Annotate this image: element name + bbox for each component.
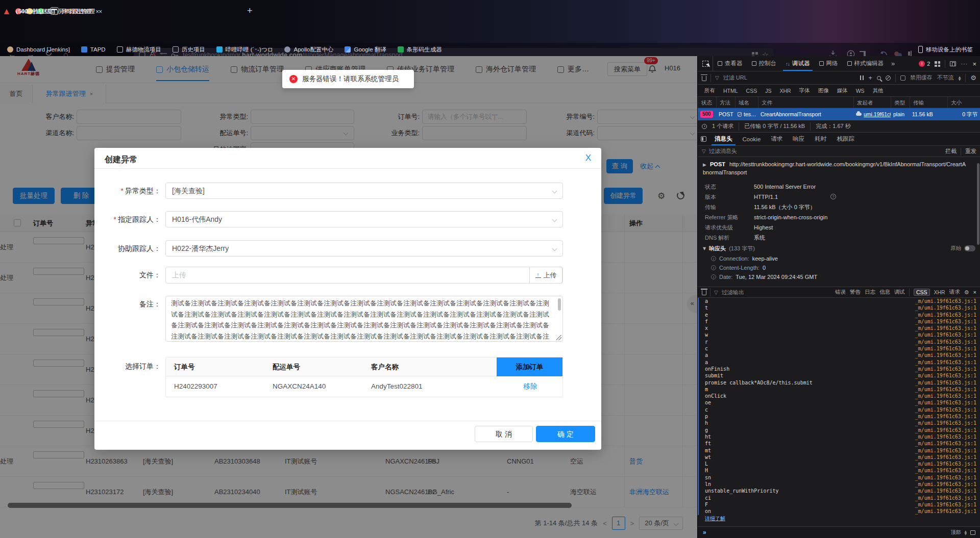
textarea-scrollbar[interactable] <box>558 298 561 311</box>
stack-frame-source-link[interactable]: _m/umi.19f61c63.js:1 <box>915 331 976 338</box>
stack-frame-source-link[interactable]: _m/umi.19f61c63.js:1 <box>915 325 976 331</box>
remove-order-link[interactable]: 移除 <box>497 376 564 397</box>
console-category-chip[interactable]: CSS <box>914 289 930 296</box>
status-help-icon[interactable]: ? <box>830 194 836 199</box>
jump-to-top-label[interactable]: 顶部 <box>950 529 961 536</box>
stack-frame-source-link[interactable]: _m/umi.19f61c63.js:1 <box>915 481 976 488</box>
console-level-chip[interactable]: 调试 <box>894 289 905 296</box>
type-filter-chip[interactable]: 媒体 <box>834 86 851 95</box>
network-grid-header-cell[interactable]: 大小 <box>947 97 980 108</box>
owner-select[interactable]: H016-代伟Andy <box>165 211 563 227</box>
devtools-tab[interactable]: 查看器 <box>713 56 747 71</box>
bookmark-item[interactable]: Dashboard [Jenkins] <box>7 46 70 54</box>
exception-type-select[interactable]: [海关查验] <box>165 183 563 199</box>
split-console-icon[interactable] <box>970 530 975 535</box>
confirm-button[interactable]: 确 定 <box>536 426 595 442</box>
bookmark-item[interactable]: 哔哩哔哩 (´･-)つロ <box>216 46 274 54</box>
network-grid-header-cell[interactable]: 方法 <box>716 97 735 108</box>
stack-frame-source-link[interactable]: _m/umi.19f61c63.js:1 <box>915 339 976 345</box>
info-icon[interactable]: i <box>711 274 716 279</box>
detail-tab[interactable]: 请求 <box>766 133 788 145</box>
stack-frame-source-link[interactable]: _m/umi.19f61c63.js:1 <box>915 352 976 358</box>
pick-element-icon[interactable] <box>698 56 713 71</box>
response-headers-title-row[interactable]: ▼ 响应头 (133 字节) 原始 <box>698 243 980 254</box>
filter-output-input[interactable]: 过滤输出 <box>722 289 744 296</box>
disclosure-triangle-icon[interactable]: ▶ <box>703 162 706 167</box>
more-tabs-chevron[interactable]: » <box>888 56 898 71</box>
info-icon[interactable]: i <box>711 265 716 270</box>
type-filter-chip[interactable]: 其他 <box>869 86 887 95</box>
console-level-chip[interactable]: 信息 <box>879 289 890 296</box>
stack-frame-source-link[interactable]: _m/umi.19f61c63.js:1 <box>915 447 976 454</box>
bookmark-item[interactable]: Apollo配置中心 <box>284 46 333 54</box>
upload-button[interactable]: ↑ 上传 <box>529 267 562 284</box>
add-order-button[interactable]: +添加订单 <box>497 357 562 376</box>
type-filter-chip[interactable]: 字体 <box>796 86 814 95</box>
clear-console-icon[interactable] <box>702 290 706 295</box>
disable-cache-checkbox[interactable] <box>900 75 905 81</box>
console-prompt-icon[interactable]: » <box>703 529 706 536</box>
stack-frame-source-link[interactable]: _m/umi.19f61c63.js:1 <box>915 298 976 304</box>
mobile-bookmarks[interactable]: 移动设备上的书签 <box>918 43 973 56</box>
remark-textarea[interactable]: 测试备注测试备注测试备注测试备注测试备注测试备注测试备注测试备注测试备注测试备注… <box>165 296 563 342</box>
stack-frame-source-link[interactable]: _m/umi.19f61c63.js:1 <box>915 488 976 494</box>
type-filter-chip[interactable]: HTML <box>720 87 742 95</box>
detail-tab[interactable]: 栈跟踪 <box>831 133 860 145</box>
responsive-mode-icon[interactable] <box>950 61 956 66</box>
network-grid-header-cell[interactable]: 类型 <box>891 97 910 108</box>
detail-tab[interactable]: 响应 <box>788 133 810 145</box>
console-level-chip[interactable]: 日志 <box>865 289 875 296</box>
search-icon[interactable] <box>877 76 881 80</box>
type-filter-chip[interactable]: XHR <box>776 87 794 95</box>
devtools-tab[interactable]: 样式编辑器 <box>843 56 889 71</box>
devtools-tab[interactable]: 控制台 <box>747 56 781 71</box>
filter-headers-input[interactable]: 过滤消息头 <box>709 147 737 155</box>
devtools-scrollbar[interactable] <box>977 163 979 245</box>
network-grid-header-cell[interactable]: 发起者 <box>853 97 891 108</box>
tab-close-icon[interactable]: × <box>95 8 99 15</box>
stack-frame-source-link[interactable]: _m/umi.19f61c63.js:1 <box>915 312 976 318</box>
info-icon[interactable]: i <box>711 256 716 261</box>
learn-more-link[interactable]: 详细了解 <box>699 515 725 522</box>
bookmark-item[interactable]: 赫德物流项目 <box>117 46 161 54</box>
network-request-row[interactable]: 500 POST tes… CreartAbnormalTransport um… <box>698 108 980 120</box>
console-settings-gear-icon[interactable]: ⚙ <box>964 289 969 296</box>
network-settings-gear-icon[interactable]: ⚙ <box>970 74 976 82</box>
stack-frame-source-link[interactable]: _m/umi.19f61c63.js:1 <box>915 454 976 460</box>
error-count-icon[interactable]: ! <box>919 61 925 67</box>
stack-frame-source-link[interactable]: _m/umi.19f61c63.js:1 <box>915 460 976 467</box>
stack-frame-source-link[interactable]: _m/umi.19f61c63.js:1 <box>915 501 976 508</box>
stack-frame-source-link[interactable]: _m/umi.19f61c63.js:1 <box>915 474 976 481</box>
stack-frame-source-link[interactable]: _m/umi.19f61c63.js:1 <box>915 372 976 379</box>
cancel-button[interactable]: 取 消 <box>475 426 533 442</box>
stack-frame-source-link[interactable]: _m/umi.19f61c63.js:1 <box>915 413 976 420</box>
clear-requests-icon[interactable] <box>702 76 706 81</box>
stack-frame-source-link[interactable]: _m/umi.19f61c63.js:1 <box>915 399 976 406</box>
console-level-chip[interactable]: 警告 <box>850 289 861 296</box>
panel-dock-icon[interactable] <box>701 136 706 142</box>
devtools-tab[interactable]: 网络 <box>815 56 843 71</box>
detail-tab[interactable]: Cookie <box>738 133 766 145</box>
throttle-select[interactable]: 不节流 <box>937 74 954 82</box>
assistant-select[interactable]: H022-潘华杰Jerry <box>165 240 563 257</box>
new-request-icon[interactable]: + <box>868 74 872 82</box>
modal-close-icon[interactable]: X <box>585 153 591 163</box>
stack-frame-source-link[interactable]: _m/umi.19f61c63.js:1 <box>915 440 976 447</box>
type-filter-chip[interactable]: CSS <box>743 87 761 95</box>
stack-frame-source-link[interactable]: _m/umi.19f61c63.js:1 <box>915 304 976 311</box>
devtools-tab[interactable]: 调试器 <box>781 56 815 71</box>
grid-icon[interactable] <box>935 61 940 67</box>
block-request-icon[interactable] <box>886 75 891 81</box>
disclosure-triangle-icon[interactable]: ▼ <box>703 246 706 251</box>
stack-frame-source-link[interactable]: _m/umi.19f61c63.js:1 <box>915 467 976 474</box>
console-close-icon[interactable]: × <box>973 289 976 295</box>
detail-tab[interactable]: 耗时 <box>810 133 831 145</box>
type-filter-chip[interactable]: WS <box>852 87 868 95</box>
stack-frame-source-link[interactable]: _m/umi.19f61c63.js:1 <box>915 379 976 386</box>
network-grid-header-cell[interactable]: 文件 <box>758 97 853 108</box>
devtools-menu-icon[interactable]: ··· <box>961 61 968 67</box>
raw-toggle[interactable] <box>964 245 975 251</box>
stack-frame-source-link[interactable]: _m/umi.19f61c63.js:1 <box>915 359 976 366</box>
pause-icon[interactable] <box>860 75 864 80</box>
console-level-chip[interactable]: 错误 <box>835 289 846 296</box>
